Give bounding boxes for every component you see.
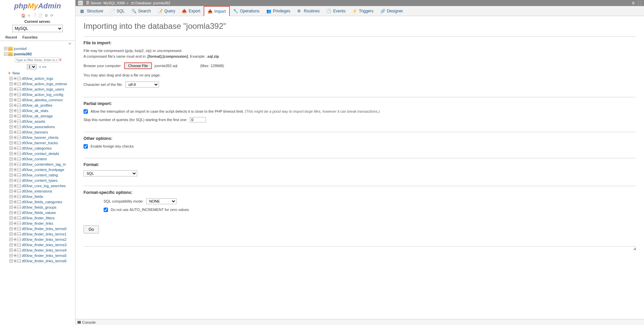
expand-icon[interactable]: +: [9, 254, 13, 257]
fullscreen-icon[interactable]: ⛶: [638, 1, 641, 5]
expand-icon[interactable]: +: [9, 216, 13, 220]
logout-icon[interactable]: ⎆: [27, 13, 32, 18]
collapse-sidebar-icon[interactable]: ←: [78, 1, 83, 5]
table-item[interactable]: +d93vw_action_logs: [1, 76, 75, 81]
table-item[interactable]: +d93vw_contentitem_tag_m: [1, 162, 75, 167]
expand-icon[interactable]: +: [9, 163, 13, 166]
tab-structure[interactable]: ▦Structure: [77, 6, 107, 16]
tab-export[interactable]: 📤Export: [178, 6, 204, 16]
table-item[interactable]: +d93vw_fields_categories: [1, 199, 75, 205]
expand-icon[interactable]: +: [9, 152, 13, 155]
compat-select[interactable]: NONE: [146, 198, 176, 204]
expand-icon[interactable]: +: [9, 147, 13, 150]
expand-icon[interactable]: +: [9, 173, 13, 177]
expand-icon[interactable]: +: [9, 141, 13, 145]
expand-icon[interactable]: +: [9, 109, 13, 112]
tab-triggers[interactable]: ⚡Triggers: [349, 6, 377, 16]
expand-icon[interactable]: +: [9, 243, 13, 247]
table-item[interactable]: +d93vw_ak_profiles: [1, 103, 75, 108]
table-item[interactable]: +d93vw_fields: [1, 194, 75, 199]
table-item[interactable]: +d93vw_fields_values: [1, 210, 75, 215]
go-button[interactable]: Go: [84, 225, 99, 233]
table-item[interactable]: +d93vw_finder_links: [1, 221, 75, 226]
table-item[interactable]: +d93vw_finder_links_terms4: [1, 248, 75, 253]
table-item[interactable]: +d93vw_associations: [1, 124, 75, 129]
table-item[interactable]: +d93vw_finder_filters: [1, 215, 75, 221]
expand-icon[interactable]: +: [9, 222, 13, 225]
db-item-joomla4[interactable]: +joomla4: [1, 46, 75, 51]
link-icon[interactable]: ∞: [0, 41, 75, 46]
expand-icon[interactable]: +: [9, 238, 13, 241]
table-item[interactable]: +d93vw_finder_links_terms0: [1, 226, 75, 231]
auto-increment-checkbox[interactable]: [104, 208, 108, 212]
expand-icon[interactable]: +: [9, 200, 13, 204]
table-item[interactable]: +d93vw_finder_links_terms1: [1, 231, 75, 237]
expand-icon[interactable]: +: [9, 206, 13, 209]
table-item[interactable]: +d93vw_banner_tracks: [1, 140, 75, 146]
filter-input[interactable]: [15, 57, 58, 62]
table-item[interactable]: +d93vw_finder_links_terms2: [1, 237, 75, 242]
table-item[interactable]: +d93vw_ak_stats: [1, 108, 75, 113]
expand-icon[interactable]: +: [9, 77, 13, 80]
table-item[interactable]: +d93vw_categories: [1, 146, 75, 151]
clear-filter-icon[interactable]: X: [59, 58, 61, 62]
table-item[interactable]: +d93vw_content_types: [1, 178, 75, 183]
tab-designer[interactable]: 🔗Designer: [377, 6, 407, 16]
expand-icon[interactable]: +: [9, 120, 13, 123]
expand-icon[interactable]: +: [9, 125, 13, 128]
table-item[interactable]: +d93vw_action_logs_extensi: [1, 81, 75, 87]
expand-icon[interactable]: +: [9, 136, 13, 139]
expand-icon[interactable]: +: [9, 179, 13, 182]
table-item[interactable]: +d93vw_finder_links_terms6: [1, 258, 75, 264]
expand-icon[interactable]: +: [9, 98, 13, 102]
gear-icon[interactable]: ⚙: [632, 1, 635, 5]
breadcrumb-database[interactable]: Database: joomla392: [136, 1, 170, 5]
table-item[interactable]: +d93vw_extensions: [1, 188, 75, 194]
tab-routines[interactable]: ⚙Routines: [294, 6, 323, 16]
expand-icon[interactable]: +: [9, 93, 13, 96]
expand-icon[interactable]: +: [9, 88, 13, 91]
choose-file-button[interactable]: Choose File: [124, 62, 152, 69]
expand-icon[interactable]: −: [4, 52, 7, 56]
format-select[interactable]: SQL: [84, 170, 137, 176]
table-item[interactable]: +d93vw_akeeba_common: [1, 97, 75, 103]
expand-icon[interactable]: +: [9, 195, 13, 198]
expand-icon[interactable]: +: [4, 47, 7, 50]
tab-operations[interactable]: 🔧Operations: [230, 6, 263, 16]
table-item[interactable]: +d93vw_finder_links_terms5: [1, 253, 75, 258]
table-item[interactable]: +d93vw_content_rating: [1, 172, 75, 178]
table-item[interactable]: +d93vw_fields_groups: [1, 205, 75, 210]
docs-icon[interactable]: ❔: [33, 13, 37, 18]
fk-checks-checkbox[interactable]: [84, 144, 88, 149]
table-item[interactable]: +d93vw_assets: [1, 119, 75, 124]
db-item-joomla392[interactable]: −joomla392: [1, 51, 75, 57]
breadcrumb-server[interactable]: Server: MySQL:3306: [91, 1, 125, 5]
server-select[interactable]: MySQL: [12, 25, 63, 32]
table-item[interactable]: +d93vw_content_frontpage: [1, 167, 75, 172]
tab-query[interactable]: 📝Query: [154, 6, 179, 16]
expand-icon[interactable]: +: [9, 227, 13, 230]
sql-query-icon[interactable]: 📄: [38, 13, 43, 18]
page-select[interactable]: 1: [27, 64, 37, 69]
table-item[interactable]: +d93vw_banner_clients: [1, 135, 75, 140]
skip-input[interactable]: [190, 117, 206, 122]
expand-icon[interactable]: +: [9, 104, 13, 107]
expand-icon[interactable]: +: [9, 157, 13, 161]
tab-events[interactable]: 🕑Events: [323, 6, 349, 16]
expand-icon[interactable]: +: [9, 130, 13, 134]
tab-import[interactable]: 📥Import: [204, 6, 230, 16]
expand-icon[interactable]: +: [9, 211, 13, 214]
table-item[interactable]: +d93vw_action_logs_users: [1, 87, 75, 92]
expand-icon[interactable]: +: [9, 189, 13, 193]
table-item[interactable]: +d93vw_ak_storage: [1, 113, 75, 119]
expand-icon[interactable]: +: [9, 114, 13, 118]
home-icon[interactable]: 🏠: [21, 13, 26, 18]
tab-privileges[interactable]: 👥Privileges: [263, 6, 294, 16]
settings-icon[interactable]: ⚙: [44, 13, 49, 18]
table-item[interactable]: +d93vw_contact_details: [1, 151, 75, 156]
new-table-item[interactable]: ✦New: [1, 70, 75, 76]
expand-icon[interactable]: +: [9, 168, 13, 171]
allow-interruption-checkbox[interactable]: [84, 109, 88, 114]
expand-icon[interactable]: +: [9, 184, 13, 187]
expand-icon[interactable]: +: [9, 259, 13, 263]
